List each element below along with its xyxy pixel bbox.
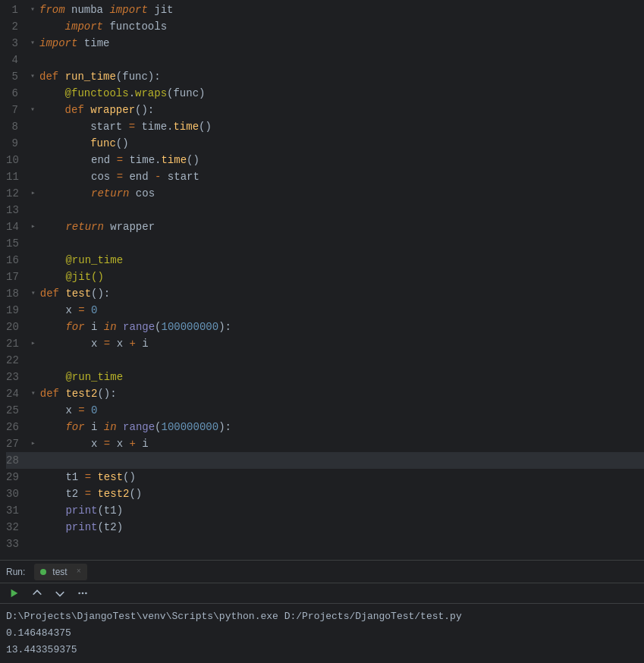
fold-spacer <box>28 536 40 552</box>
line-number-20: 20 <box>6 319 28 335</box>
line-number-32: 32 <box>6 519 28 536</box>
line-content-31: print(t1) <box>40 502 123 519</box>
fold-spacer <box>28 502 40 519</box>
terminal-command-line: D:\Projects\DjangoTest\venv\Scripts\pyth… <box>6 608 638 625</box>
line-content-23: @run_time <box>40 369 123 385</box>
code-line-25: 25 x = 0 <box>6 402 644 419</box>
svg-marker-0 <box>11 589 18 598</box>
line-content-12: return cos <box>40 185 155 202</box>
fold-spacer <box>28 369 40 385</box>
line-content-5: def run_time(func): <box>39 68 161 85</box>
line-content-14: return wrapper <box>40 218 155 235</box>
code-line-13: 13 <box>6 202 644 218</box>
fold-spacer <box>28 469 40 485</box>
fold-spacer <box>28 302 40 319</box>
line-number-13: 13 <box>6 202 28 218</box>
line-content-25: x = 0 <box>40 402 98 419</box>
line-number-28: 28 <box>6 452 28 469</box>
fold-spacer <box>27 135 39 152</box>
line-content-19: x = 0 <box>40 302 98 319</box>
code-line-18: 18▾def test(): <box>6 285 644 302</box>
line-number-19: 19 <box>6 302 28 319</box>
code-line-7: 7▾ def wrapper(): <box>6 102 644 118</box>
line-content-18: def test(): <box>40 285 110 302</box>
fold-closed-icon[interactable]: ▸ <box>28 438 39 449</box>
line-number-22: 22 <box>6 352 28 369</box>
code-line-16: 16 @run_time <box>6 252 644 269</box>
run-label: Run: <box>6 567 25 577</box>
fold-spacer <box>28 202 40 218</box>
line-number-16: 16 <box>6 252 28 269</box>
code-line-10: 10 end = time.time() <box>6 152 644 168</box>
line-content-6: @functools.wraps(func) <box>39 85 205 102</box>
line-number-3: 3 <box>6 35 27 52</box>
terminal-command: D:\Projects\DjangoTest\venv\Scripts\pyth… <box>6 611 462 622</box>
line-content-29: t1 = test() <box>40 469 136 485</box>
fold-spacer <box>27 118 39 135</box>
line-content-20: for i in range(100000000): <box>40 319 231 335</box>
line-content-7: def wrapper(): <box>39 102 154 118</box>
code-line-33: 33 <box>6 536 644 552</box>
editor-area: 1▾from numba import jit2 import functool… <box>0 0 644 560</box>
line-number-4: 4 <box>6 52 27 68</box>
code-line-4: 4 <box>6 52 644 68</box>
code-line-14: 14▸ return wrapper <box>6 218 644 235</box>
run-button[interactable] <box>6 586 23 600</box>
code-editor[interactable]: 1▾from numba import jit2 import functool… <box>0 0 644 560</box>
line-number-9: 9 <box>6 135 27 152</box>
line-number-27: 27 <box>6 435 28 452</box>
scroll-up-button[interactable] <box>29 586 46 600</box>
fold-open-icon[interactable]: ▾ <box>27 105 38 115</box>
fold-spacer <box>28 452 40 469</box>
line-content-16: @run_time <box>40 252 123 269</box>
fold-spacer <box>27 18 39 35</box>
code-line-6: 6 @functools.wraps(func) <box>6 85 644 102</box>
line-content-9: func() <box>39 135 129 152</box>
line-number-24: 24 <box>6 385 28 402</box>
more-button[interactable] <box>74 586 91 600</box>
tab-close-button[interactable]: × <box>77 567 81 576</box>
fold-open-icon[interactable]: ▾ <box>27 38 38 49</box>
code-line-31: 31 print(t1) <box>6 502 644 519</box>
tab-name: test <box>49 567 70 577</box>
tab-status-dot <box>40 569 46 575</box>
line-number-5: 5 <box>6 68 27 85</box>
code-line-19: 19 x = 0 <box>6 302 644 319</box>
scroll-down-button[interactable] <box>52 586 68 600</box>
svg-point-1 <box>78 592 80 595</box>
terminal-tab-test[interactable]: test × <box>34 564 86 580</box>
code-line-9: 9 func() <box>6 135 644 152</box>
code-line-32: 32 print(t2) <box>6 519 644 536</box>
code-line-11: 11 cos = end - start <box>6 168 644 185</box>
fold-open-icon[interactable]: ▾ <box>27 71 38 82</box>
line-content-21: x = x + i <box>40 335 149 352</box>
code-line-22: 22 <box>6 352 644 369</box>
fold-closed-icon[interactable]: ▸ <box>28 188 39 199</box>
fold-open-icon[interactable]: ▾ <box>28 288 39 299</box>
code-line-29: 29 t1 = test() <box>6 469 644 485</box>
code-line-12: 12▸ return cos <box>6 185 644 202</box>
output-value-2: 13.443359375 <box>6 644 77 655</box>
fold-closed-icon[interactable]: ▸ <box>28 338 39 349</box>
line-content-24: def test2(): <box>40 385 117 402</box>
fold-open-icon[interactable]: ▾ <box>28 388 39 399</box>
code-line-15: 15 <box>6 235 644 252</box>
line-number-21: 21 <box>6 335 28 352</box>
fold-closed-icon[interactable]: ▸ <box>28 222 39 232</box>
line-number-2: 2 <box>6 18 27 35</box>
code-container: 1▾from numba import jit2 import functool… <box>0 0 644 560</box>
code-line-26: 26 for i in range(100000000): <box>6 419 644 435</box>
fold-spacer <box>28 235 40 252</box>
fold-spacer <box>28 168 40 185</box>
fold-spacer <box>27 52 39 68</box>
line-number-33: 33 <box>6 536 28 552</box>
terminal-toolbar <box>0 583 644 604</box>
line-content-10: end = time.time() <box>40 152 199 168</box>
line-content-8: start = time.time() <box>39 118 212 135</box>
fold-open-icon[interactable]: ▾ <box>27 5 38 15</box>
line-number-31: 31 <box>6 502 28 519</box>
fold-spacer <box>28 269 40 285</box>
code-line-27: 27▸ x = x + i <box>6 435 644 452</box>
fold-spacer <box>28 252 40 269</box>
line-content-2: import functools <box>39 18 167 35</box>
